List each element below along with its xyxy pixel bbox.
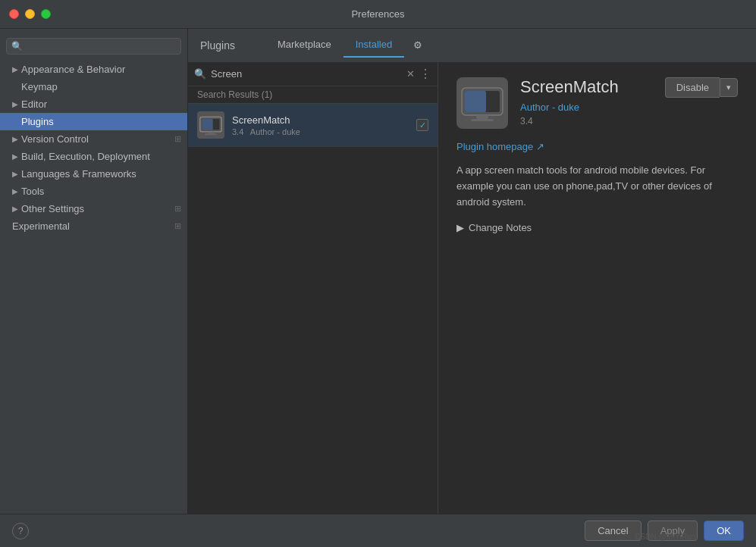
plugin-homepage-link[interactable]: Plugin homepage ↗ [456, 141, 544, 152]
plugin-search-input[interactable] [211, 68, 402, 80]
sidebar-item-version-control[interactable]: ▶ Version Control ⊞ [0, 130, 187, 148]
arrow-icon: ▶ [12, 205, 18, 213]
change-notes-toggle[interactable]: ▶ Change Notes [456, 222, 738, 233]
sidebar-item-editor[interactable]: ▶ Editor [0, 95, 187, 113]
maximize-button[interactable] [41, 9, 51, 19]
sidebar-item-label: Build, Execution, Deployment [21, 151, 150, 162]
bottom-bar: ? Cancel Apply OK [0, 514, 756, 547]
sidebar-item-label: Tools [21, 186, 44, 197]
screenmatch-icon [199, 113, 223, 137]
gear-icon: ⚙ [413, 39, 422, 51]
plugin-detail-header: ScreenMatch Author - duke 3.4 Disable ▾ [456, 77, 738, 129]
external-link-icon: ↗ [536, 141, 544, 152]
plugin-description: A app screen match tools for android mob… [456, 163, 738, 210]
external-icon: ⊞ [174, 204, 181, 214]
titlebar: Preferences [0, 0, 756, 29]
svg-rect-2 [202, 119, 212, 130]
sidebar-item-keymap[interactable]: Keymap [0, 78, 187, 95]
sidebar-item-label: Languages & Frameworks [21, 168, 136, 180]
more-options-icon[interactable]: ⋮ [419, 67, 431, 81]
arrow-icon: ▶ [12, 152, 18, 161]
change-notes-label: Change Notes [469, 222, 532, 233]
sidebar-search-icon: 🔍 [11, 41, 23, 52]
sidebar-item-build[interactable]: ▶ Build, Execution, Deployment [0, 148, 187, 165]
external-icon: ⊞ [174, 221, 181, 231]
plugin-checkbox[interactable]: ✓ [416, 119, 428, 131]
sidebar-item-other-settings[interactable]: ▶ Other Settings ⊞ [0, 200, 187, 217]
svg-rect-8 [476, 115, 488, 119]
plugin-list-item[interactable]: ScreenMatch 3.4 Author - duke ✓ [188, 104, 438, 147]
sidebar-item-experimental[interactable]: Experimental ⊞ [0, 217, 187, 235]
plugins-title: Plugins [200, 39, 235, 52]
sidebar-item-plugins[interactable]: Plugins [0, 113, 187, 130]
plugin-icon-wrapper [197, 111, 224, 139]
sidebar-item-label: Editor [21, 98, 47, 110]
close-button[interactable] [9, 9, 19, 19]
sidebar-item-label: Experimental [12, 220, 70, 232]
plugin-detail-icon [456, 77, 508, 129]
plugin-detail-name: ScreenMatch [520, 77, 665, 97]
plugin-detail-version: 3.4 [520, 116, 665, 127]
sidebar-item-label: Other Settings [21, 203, 84, 214]
sidebar-item-label: Version Control [21, 133, 89, 145]
tab-bar: Marketplace Installed ⚙ [265, 33, 744, 58]
arrow-icon: ▶ [12, 65, 18, 73]
ok-button[interactable]: OK [704, 520, 744, 541]
gear-settings-button[interactable]: ⚙ [404, 33, 431, 57]
arrow-icon: ▶ [12, 135, 18, 143]
svg-rect-4 [205, 134, 217, 136]
watermark: CSDN @MrYiRan [635, 533, 695, 541]
cancel-button[interactable]: Cancel [585, 520, 641, 541]
sidebar-search-bar[interactable]: 🔍 [6, 38, 181, 55]
svg-rect-3 [208, 132, 215, 134]
plugin-detail-author: Author - duke [520, 102, 665, 113]
chevron-right-icon: ▶ [456, 222, 464, 233]
plugin-name: ScreenMatch [232, 114, 416, 126]
arrow-icon: ▶ [12, 170, 18, 178]
disable-main-button[interactable]: Disable [665, 77, 720, 98]
tab-installed[interactable]: Installed [343, 33, 404, 58]
plugin-search-bar: 🔍 ✕ ⋮ [188, 62, 438, 86]
sidebar-item-appearance[interactable]: ▶ Appearance & Behavior [0, 61, 187, 78]
sidebar-item-label: Keymap [21, 81, 58, 92]
chevron-down-icon: ▾ [726, 83, 731, 92]
arrow-icon: ▶ [12, 100, 18, 108]
content-area: Plugins Marketplace Installed ⚙ 🔍 [188, 29, 756, 514]
plugins-header: Plugins Marketplace Installed ⚙ [188, 29, 756, 62]
plugin-meta: 3.4 Author - duke [232, 127, 416, 136]
help-button[interactable]: ? [12, 523, 29, 539]
disable-dropdown-arrow[interactable]: ▾ [720, 78, 738, 97]
svg-rect-9 [471, 119, 494, 121]
main-container: 🔍 ▶ Appearance & Behavior Keymap ▶ Edito… [0, 29, 756, 514]
disable-button-group: Disable ▾ [665, 77, 738, 98]
plugins-body: 🔍 ✕ ⋮ Search Results (1) [188, 62, 756, 514]
plugin-search-icon: 🔍 [194, 68, 206, 80]
external-icon: ⊞ [174, 134, 181, 144]
plugin-list: ScreenMatch 3.4 Author - duke ✓ [188, 104, 438, 514]
search-results-count: Search Results (1) [188, 86, 438, 104]
plugin-detail-icon-svg [460, 80, 505, 126]
minimize-button[interactable] [25, 9, 35, 19]
plugin-info: ScreenMatch 3.4 Author - duke [232, 114, 416, 136]
plugin-detail-info: ScreenMatch Author - duke 3.4 [520, 77, 665, 127]
arrow-icon: ▶ [12, 187, 18, 195]
plugin-detail-panel: ScreenMatch Author - duke 3.4 Disable ▾ … [438, 62, 756, 514]
window-controls [9, 9, 51, 19]
sidebar-item-languages[interactable]: ▶ Languages & Frameworks [0, 165, 187, 183]
sidebar-item-tools[interactable]: ▶ Tools [0, 183, 187, 200]
help-icon: ? [18, 526, 24, 536]
plugin-list-panel: 🔍 ✕ ⋮ Search Results (1) [188, 62, 438, 514]
sidebar: 🔍 ▶ Appearance & Behavior Keymap ▶ Edito… [0, 29, 188, 514]
sidebar-item-label: Plugins [21, 116, 54, 127]
tab-marketplace[interactable]: Marketplace [265, 33, 343, 58]
clear-search-icon[interactable]: ✕ [406, 68, 415, 80]
sidebar-item-label: Appearance & Behavior [21, 64, 125, 75]
window-title: Preferences [351, 8, 404, 20]
sidebar-search-input[interactable] [26, 41, 176, 52]
svg-rect-7 [465, 91, 486, 112]
